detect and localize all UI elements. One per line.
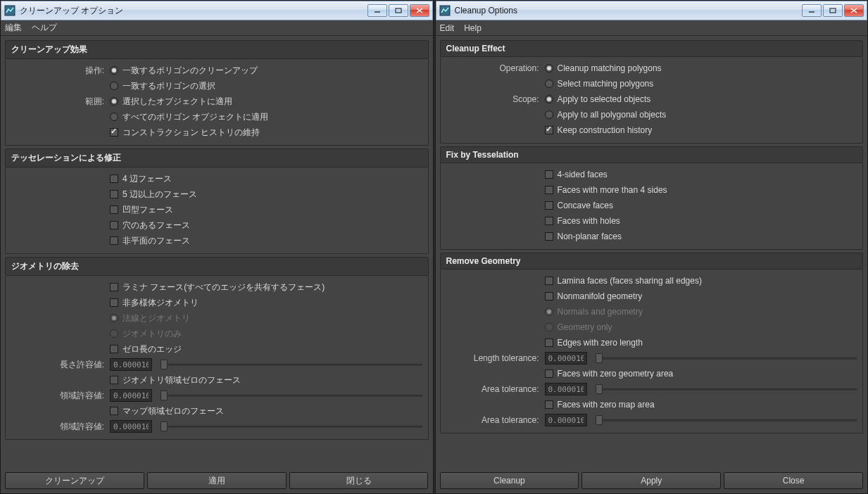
close-footer-button[interactable]: Close <box>724 472 863 489</box>
menu-edit[interactable]: Edit <box>440 23 455 33</box>
radio-geo-only <box>110 329 118 338</box>
close-button[interactable] <box>844 4 864 17</box>
section-header-tess[interactable]: テッセレーションによる修正 <box>5 148 429 167</box>
check-keep-history[interactable] <box>545 126 553 134</box>
radio-op-select[interactable] <box>110 82 118 90</box>
maximize-button[interactable] <box>823 4 843 17</box>
check-holes[interactable] <box>545 217 553 225</box>
radio-scope-selected-label: 選択したオブジェクトに適用 <box>122 96 232 108</box>
apply-button[interactable]: 適用 <box>147 472 287 489</box>
radio-op-cleanup[interactable] <box>545 64 553 72</box>
radio-normals-geo <box>545 308 553 316</box>
length-tolerance-slider <box>161 358 422 371</box>
scope-label: 範囲: <box>11 96 110 108</box>
check-zero-edge[interactable] <box>110 345 118 353</box>
check-4sided[interactable] <box>545 170 553 179</box>
check-nonmanifold[interactable] <box>545 292 553 300</box>
footer: Cleanup Apply Close <box>436 469 868 493</box>
length-tolerance-label: 長さ許容値: <box>11 359 110 371</box>
radio-scope-all[interactable] <box>110 113 118 121</box>
radio-geo-only <box>545 323 553 331</box>
menubar: Edit Help <box>436 20 868 36</box>
menu-help[interactable]: Help <box>464 23 482 33</box>
menubar: 編集 ヘルプ <box>1 20 433 36</box>
check-zero-map-area[interactable] <box>110 407 118 415</box>
check-nonmanifold[interactable] <box>110 298 118 307</box>
content: クリーンアップ効果 操作: 一致するポリゴンのクリーンアップ 一致するポリゴンの… <box>1 36 433 469</box>
area-tolerance2-label: 領域許容値: <box>11 421 110 433</box>
area-tolerance2-field[interactable] <box>545 414 587 426</box>
radio-scope-all-label: すべてのポリゴン オブジェクトに適用 <box>122 111 268 123</box>
window-title: Cleanup Options <box>455 6 803 15</box>
check-zero-geo-area[interactable] <box>545 369 553 378</box>
check-zero-map-area[interactable] <box>545 400 553 409</box>
check-nonplanar[interactable] <box>110 236 118 245</box>
area-tolerance2-slider <box>596 414 857 426</box>
length-tolerance-slider <box>596 352 857 365</box>
area-tolerance2-field[interactable] <box>110 420 152 433</box>
window-en: Cleanup Options Edit Help Cleanup Effect… <box>435 0 869 494</box>
maximize-button[interactable] <box>389 4 408 17</box>
area-tolerance-field[interactable] <box>110 389 152 402</box>
area-tolerance-label: Area tolerance: <box>446 384 545 394</box>
svg-rect-2 <box>396 8 401 13</box>
window-title: クリーンアップ オプション <box>20 5 367 17</box>
check-holes[interactable] <box>110 221 118 229</box>
check-4sided[interactable] <box>110 175 118 183</box>
check-concave[interactable] <box>545 201 553 210</box>
radio-scope-all[interactable] <box>545 110 553 119</box>
close-footer-button[interactable]: 閉じる <box>289 472 429 489</box>
radio-op-cleanup[interactable] <box>110 66 118 75</box>
minimize-button[interactable] <box>802 4 822 17</box>
content: Cleanup Effect Operation: Cleanup matchi… <box>436 36 868 469</box>
check-lamina[interactable] <box>545 277 553 285</box>
menu-help[interactable]: ヘルプ <box>32 22 57 34</box>
check-concave[interactable] <box>110 205 118 214</box>
area-tolerance-slider <box>596 383 857 395</box>
area-tolerance-field[interactable] <box>545 383 587 395</box>
area-tolerance-slider <box>161 389 422 402</box>
length-tolerance-field[interactable] <box>110 358 152 371</box>
app-icon <box>4 5 15 16</box>
section-header-effect[interactable]: Cleanup Effect <box>440 40 864 57</box>
radio-normals-geo <box>110 314 118 322</box>
operation-label: Operation: <box>446 63 545 73</box>
cleanup-button[interactable]: クリーンアップ <box>5 472 144 489</box>
radio-scope-selected[interactable] <box>545 95 553 103</box>
area-tolerance2-label: Area tolerance: <box>446 415 545 425</box>
length-tolerance-field[interactable] <box>545 352 587 365</box>
section-header-tess[interactable]: Fix by Tesselation <box>440 146 864 163</box>
check-zero-geo-area[interactable] <box>110 376 118 384</box>
radio-op-cleanup-label: 一致するポリゴンのクリーンアップ <box>122 65 258 77</box>
radio-scope-selected[interactable] <box>110 97 118 106</box>
check-keep-history[interactable] <box>110 128 118 137</box>
length-tolerance-label: Length tolerance: <box>446 353 545 363</box>
check-nonplanar[interactable] <box>545 232 553 241</box>
minimize-button[interactable] <box>367 4 387 17</box>
section-header-remove[interactable]: Remove Geometry <box>440 253 864 270</box>
section-header-remove[interactable]: ジオメトリの除去 <box>5 257 429 276</box>
check-keep-history-label: コンストラクション ヒストリの維持 <box>122 127 260 139</box>
check-gt4sided[interactable] <box>110 190 118 198</box>
operation-label: 操作: <box>11 65 110 77</box>
area-tolerance2-slider <box>161 420 422 433</box>
svg-rect-7 <box>830 8 836 13</box>
window-jp: クリーンアップ オプション 編集 ヘルプ クリーンアップ効果 操作: 一致するポ… <box>0 0 434 494</box>
titlebar[interactable]: Cleanup Options <box>436 1 868 20</box>
menu-edit[interactable]: 編集 <box>5 22 22 34</box>
apply-button[interactable]: Apply <box>581 472 721 489</box>
section-header-effect[interactable]: クリーンアップ効果 <box>5 40 429 59</box>
radio-op-select[interactable] <box>545 80 553 88</box>
scope-label: Scope: <box>446 94 545 104</box>
area-tolerance-label: 領域許容値: <box>11 390 110 402</box>
footer: クリーンアップ 適用 閉じる <box>1 469 433 493</box>
radio-op-select-label: 一致するポリゴンの選択 <box>122 80 215 92</box>
check-lamina[interactable] <box>110 283 118 291</box>
check-zero-edge[interactable] <box>545 338 553 347</box>
titlebar[interactable]: クリーンアップ オプション <box>1 1 433 20</box>
close-button[interactable] <box>410 4 429 17</box>
cleanup-button[interactable]: Cleanup <box>440 472 579 489</box>
app-icon <box>439 5 451 16</box>
check-gt4sided[interactable] <box>545 186 553 194</box>
